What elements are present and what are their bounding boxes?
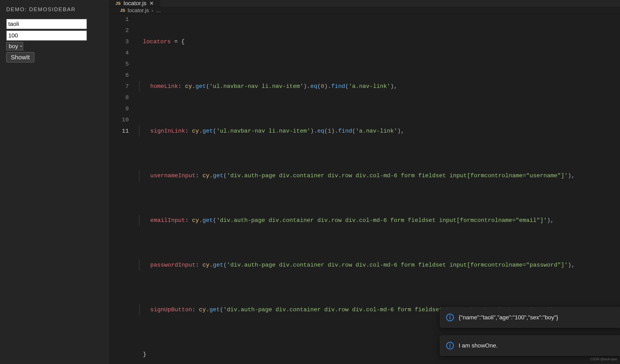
line-number-gutter: 1 2 3 4 5 6 7 8 9 10 11 <box>110 14 139 364</box>
line-number: 11 <box>110 126 129 137</box>
watermark: CSDN @taoli-qiao <box>590 357 617 361</box>
breadcrumb: JS locator.js › … <box>110 7 620 14</box>
toast-notification[interactable]: I am showOne. <box>440 335 620 356</box>
js-file-icon: JS <box>116 1 121 6</box>
name-input[interactable] <box>6 19 87 29</box>
code-line[interactable]: usernameInput: cy.get('div.auth-page div… <box>139 170 620 181</box>
showit-button[interactable]: ShowIt <box>6 52 34 62</box>
line-number: 10 <box>110 114 129 126</box>
breadcrumb-file[interactable]: locator.js <box>127 7 149 14</box>
toast-text: {"name":"taoli","age":"100","sex":"boy"} <box>459 314 558 321</box>
code-line[interactable]: emailInput: cy.get('div.auth-page div.co… <box>139 215 620 226</box>
toast-stack: {"name":"taoli","age":"100","sex":"boy"}… <box>440 307 620 356</box>
chevron-right-icon: › <box>151 7 153 14</box>
line-number: 7 <box>110 81 129 92</box>
line-number: 6 <box>110 70 129 81</box>
js-file-icon: JS <box>120 8 125 13</box>
code-line[interactable]: passwordInput: cy.get('div.auth-page div… <box>139 260 620 271</box>
line-number: 3 <box>110 36 129 47</box>
sex-select[interactable]: boy <box>6 42 23 50</box>
tab-filename: locator.js <box>124 0 146 7</box>
sidebar: DEMO: DEMOSIDEBAR boy ShowIt <box>0 0 110 364</box>
toast-notification[interactable]: {"name":"taoli","age":"100","sex":"boy"} <box>440 307 620 328</box>
code-line[interactable]: signInLink: cy.get('ul.navbar-nav li.nav… <box>139 126 620 137</box>
line-number: 9 <box>110 103 129 114</box>
line-number: 5 <box>110 58 129 70</box>
line-number: 2 <box>110 25 129 36</box>
toast-text: I am showOne. <box>459 342 498 349</box>
line-number: 1 <box>110 14 129 25</box>
tab-locator-js[interactable]: JS locator.js ✕ <box>110 0 160 7</box>
tab-bar: JS locator.js ✕ <box>110 0 620 7</box>
age-input[interactable] <box>6 30 87 41</box>
svg-point-4 <box>450 344 451 345</box>
svg-rect-2 <box>450 317 450 320</box>
svg-rect-5 <box>450 345 450 348</box>
close-icon[interactable]: ✕ <box>149 0 154 7</box>
info-icon <box>446 341 454 350</box>
code-line[interactable]: locators = { <box>139 36 620 47</box>
line-number: 4 <box>110 47 129 58</box>
svg-point-1 <box>450 315 451 316</box>
code-line[interactable]: homeLink: cy.get('ul.navbar-nav li.nav-i… <box>139 81 620 92</box>
info-icon <box>446 313 454 321</box>
line-number: 8 <box>110 92 129 103</box>
breadcrumb-ellipsis[interactable]: … <box>156 7 161 14</box>
sidebar-title: DEMO: DEMOSIDEBAR <box>6 6 103 13</box>
